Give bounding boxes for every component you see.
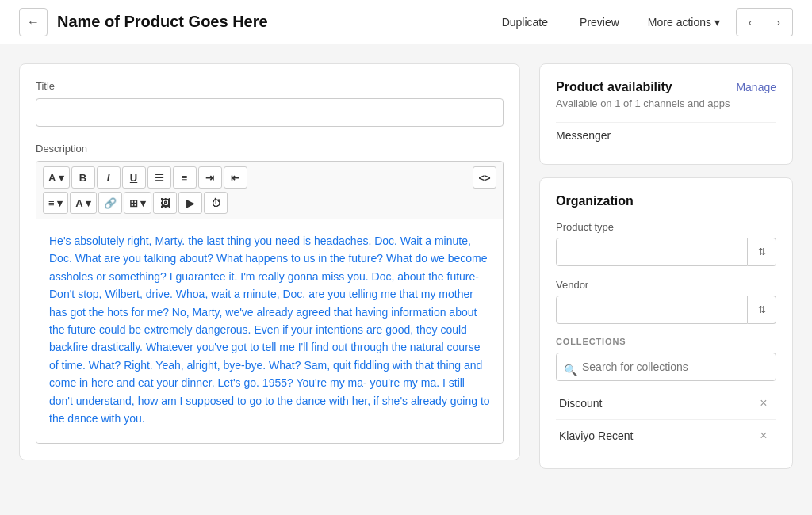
description-label: Description [36,143,504,154]
remove-collection-button[interactable]: × [754,426,773,445]
left-column: Title Description A ▾ B I U ☰ ≡ ⇥ ⇤ [19,63,520,460]
product-type-input[interactable] [556,238,748,266]
toolbar-ul-btn[interactable]: ☰ [147,166,171,189]
title-input[interactable] [36,98,504,127]
organization-title: Organization [556,194,776,208]
product-details-card: Title Description A ▾ B I U ☰ ≡ ⇥ ⇤ [19,63,520,460]
vendor-label: Vendor [556,279,776,291]
channel-item: Messenger [556,122,776,148]
product-type-label: Product type [556,221,776,233]
toolbar-source-btn[interactable]: <> [473,166,496,189]
toolbar-font-btn[interactable]: A ▾ [43,166,70,189]
toolbar-link-btn[interactable]: 🔗 [98,192,122,214]
collection-name: Klaviyo Recent [559,429,633,442]
toolbar-image-btn[interactable]: 🖼 [153,192,177,214]
description-editor: A ▾ B I U ☰ ≡ ⇥ ⇤ <> ≡ ▾ A ▾ 🔗 ⊞ [36,161,504,444]
nav-button-group: ‹ › [736,8,793,36]
toolbar-italic-btn[interactable]: I [97,166,121,189]
title-label: Title [36,80,504,92]
search-icon: 🔍 [564,364,577,376]
toolbar-row-2: ≡ ▾ A ▾ 🔗 ⊞ ▾ 🖼 ▶ ⏱ [43,192,496,214]
toolbar-underline-btn[interactable]: U [122,166,146,189]
vendor-field: Vendor ⇅ [556,279,776,324]
main-layout: Title Description A ▾ B I U ☰ ≡ ⇥ ⇤ [0,44,812,488]
header: ← Name of Product Goes Here Duplicate Pr… [0,0,812,44]
collection-tag: Discount × [556,387,776,420]
back-button[interactable]: ← [19,8,48,36]
toolbar-video-btn[interactable]: ▶ [178,192,202,214]
toolbar-bold-btn[interactable]: B [71,166,95,189]
more-actions-label: More actions [648,16,711,29]
prev-button[interactable]: ‹ [736,8,764,36]
availability-card: Product availability Manage Available on… [539,63,793,165]
toolbar-align-btn[interactable]: ≡ ▾ [43,192,68,214]
availability-subtitle: Available on 1 of 1 channels and apps [556,97,776,109]
editor-toolbar: A ▾ B I U ☰ ≡ ⇥ ⇤ <> ≡ ▾ A ▾ 🔗 ⊞ [36,162,503,219]
duplicate-button[interactable]: Duplicate [489,10,561,35]
page-title: Name of Product Goes Here [57,13,268,31]
toolbar-row-1: A ▾ B I U ☰ ≡ ⇥ ⇤ <> [43,166,496,189]
collection-name: Discount [559,397,602,410]
product-type-arrow-btn[interactable]: ⇅ [748,238,776,266]
toolbar-ol-btn[interactable]: ≡ [173,166,197,189]
toolbar-table-btn[interactable]: ⊞ ▾ [124,192,152,214]
toolbar-timer-btn[interactable]: ⏱ [204,192,228,214]
collection-tags-list: Discount × Klaviyo Recent × [556,387,776,452]
availability-header: Product availability Manage [556,80,776,94]
collections-search-input[interactable] [556,353,776,381]
preview-button[interactable]: Preview [567,10,632,35]
dropdown-icon: ▾ [714,16,720,29]
toolbar-indent-btn[interactable]: ⇥ [198,166,222,189]
vendor-input[interactable] [556,296,748,324]
header-left: ← Name of Product Goes Here [19,8,477,36]
editor-content-area[interactable]: He's absolutely right, Marty. the last t… [36,219,503,443]
manage-link[interactable]: Manage [736,81,776,93]
organization-card: Organization Product type ⇅ Vendor ⇅ COL… [539,177,793,469]
editor-text: He's absolutely right, Marty. the last t… [49,232,490,427]
vendor-select-wrapper: ⇅ [556,296,776,324]
product-type-field: Product type ⇅ [556,221,776,266]
right-column: Product availability Manage Available on… [539,63,793,469]
toolbar-color-btn[interactable]: A ▾ [70,192,97,214]
next-button[interactable]: › [764,8,793,36]
collection-tag: Klaviyo Recent × [556,420,776,452]
availability-title: Product availability [556,80,672,94]
remove-collection-button[interactable]: × [754,394,773,413]
header-actions: Duplicate Preview More actions ▾ ‹ › [489,8,793,36]
collections-section: COLLECTIONS 🔍 Discount × Klaviyo Recent … [556,337,776,452]
product-type-select-wrapper: ⇅ [556,238,776,266]
vendor-arrow-btn[interactable]: ⇅ [748,296,776,324]
collections-label: COLLECTIONS [556,337,776,346]
toolbar-outdent-btn[interactable]: ⇤ [224,166,247,189]
more-actions-button[interactable]: More actions ▾ [638,10,730,35]
collections-search-wrapper: 🔍 [556,353,776,387]
